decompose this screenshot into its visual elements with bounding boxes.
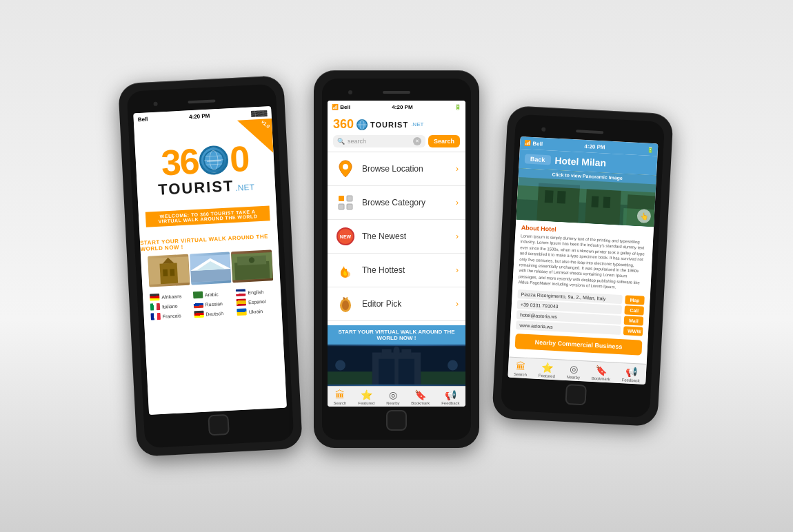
battery-1: ▓▓▓▓: [251, 110, 268, 116]
lang-label-italiano: Italiano: [162, 303, 178, 309]
nav-featured-3[interactable]: ⭐ Featured: [539, 362, 556, 378]
flag-afrikaans: [150, 294, 160, 301]
nav-bookmark-2[interactable]: 🔖 Bookmark: [411, 389, 430, 405]
hotel-pano-area[interactable]: Click to view Panoramic Image: [516, 168, 656, 227]
search-clear-btn[interactable]: ✕: [413, 137, 421, 145]
splash-image-2: [190, 252, 232, 285]
nav-featured-icon-3: ⭐: [541, 362, 554, 374]
splash-logo: 36 0 TOURIST: [148, 119, 261, 206]
nav-search-2[interactable]: 🏛 Search: [333, 389, 346, 405]
home-button-3[interactable]: [565, 384, 587, 406]
nav-feedback-icon-3: 📢: [625, 366, 638, 378]
nav-feedback-2[interactable]: 📢 Feedback: [441, 389, 459, 405]
svg-line-2: [204, 160, 223, 161]
hotel-description: Lorem Ipsum is simply dummy text of the …: [518, 233, 648, 291]
nav-bookmark-icon-3: 🔖: [595, 365, 608, 376]
phone-2-browse: 📶 Bell 4:20 PM 🔋 360 TOURIST: [314, 70, 479, 448]
editor-pick-label: Editor Pick: [362, 299, 450, 309]
back-button[interactable]: Back: [525, 154, 551, 165]
menu-item-browse-location[interactable]: Browse Location ›: [328, 152, 465, 186]
svg-rect-36: [328, 371, 372, 385]
lang-espanol[interactable]: Espanol: [237, 297, 274, 306]
nav-search-3[interactable]: 🏛 Search: [514, 360, 528, 377]
phone-1-splash: Bell 4:20 PM ▓▓▓▓ v1.0 36: [118, 75, 303, 457]
battery-3: 🔋: [647, 146, 654, 153]
lang-label-english: English: [248, 289, 263, 295]
nav-bookmark-label-3: Bookmark: [592, 376, 610, 381]
svg-rect-46: [557, 191, 566, 204]
carrier-1: Bell: [137, 116, 148, 123]
logo-tourist-2: TOURIST: [370, 121, 408, 129]
welcome-banner: WELCOME: TO 360 TOURIST TAKE A VIRTUAL W…: [145, 205, 270, 227]
front-camera-2: [348, 90, 352, 94]
lang-francais[interactable]: Francais: [150, 311, 188, 320]
bottom-nav-2: 🏛 Search ⭐ Featured ◎ Nearby 🔖 Bookmark …: [328, 386, 465, 407]
svg-rect-7: [163, 269, 168, 276]
map-button[interactable]: Map: [625, 295, 645, 305]
app-logo-2: 360 TOURIST .NET: [333, 117, 460, 132]
flag-francais: [150, 313, 161, 320]
front-camera-3: [541, 127, 545, 132]
search-placeholder: search: [348, 138, 410, 145]
svg-rect-8: [170, 269, 174, 276]
svg-rect-22: [339, 196, 344, 201]
nav-nearby-2[interactable]: ◎ Nearby: [386, 389, 399, 405]
nearby-commercial-button[interactable]: Nearby Commercial Business: [515, 334, 643, 356]
menu-item-editor-pick[interactable]: Editor Pick ›: [328, 287, 465, 321]
lang-arabic[interactable]: Arabic: [193, 290, 231, 299]
browse-pano-preview[interactable]: [328, 345, 465, 386]
editor-pick-chevron: ›: [456, 299, 459, 309]
nav-featured-label-2: Featured: [358, 401, 374, 405]
speaker-1: [188, 99, 215, 103]
nav-nearby-icon-3: ◎: [570, 363, 579, 375]
lang-italiano[interactable]: Italiano: [150, 302, 188, 311]
lang-afrikaans[interactable]: Afrikaans: [150, 292, 188, 301]
nav-featured-2[interactable]: ⭐ Featured: [358, 389, 374, 405]
menu-item-browse-category[interactable]: Browse Category ›: [328, 186, 465, 220]
browse-category-label: Browse Category: [362, 198, 450, 207]
menu-list: Browse Location › Browse Category: [328, 152, 465, 321]
browse-location-icon: [334, 158, 357, 180]
flag-deutsch: [194, 311, 204, 318]
svg-rect-32: [399, 359, 414, 385]
carrier-3: 📶 Bell: [524, 140, 543, 147]
the-newest-chevron: ›: [456, 232, 459, 241]
time-2: 4:20 PM: [392, 104, 412, 110]
svg-point-0: [204, 150, 224, 170]
www-button[interactable]: WWW: [623, 326, 643, 336]
nav-search-label-2: Search: [333, 401, 346, 405]
flag-russian: [193, 301, 203, 309]
svg-rect-11: [190, 269, 231, 283]
lang-ukrain[interactable]: Ukrain: [237, 307, 275, 316]
lang-russian[interactable]: Russian: [193, 300, 231, 309]
language-grid: Afrikaans Arabic English Italiano: [150, 287, 275, 327]
svg-rect-34: [401, 349, 411, 356]
search-button[interactable]: Search: [428, 135, 460, 147]
splash-image-1: [148, 254, 190, 287]
nav-nearby-3[interactable]: ◎ Nearby: [567, 363, 581, 380]
hotel-title: Hotel Milan: [554, 155, 606, 169]
svg-rect-48: [603, 197, 610, 209]
mail-button[interactable]: Mail: [624, 316, 644, 325]
logo-text-2: 360: [333, 117, 354, 132]
svg-point-39: [448, 360, 458, 371]
lang-deutsch[interactable]: Deutsch: [194, 309, 232, 318]
lang-english[interactable]: English: [236, 287, 274, 296]
menu-item-the-hottest[interactable]: The Hottest ›: [328, 254, 465, 287]
browse-category-chevron: ›: [456, 198, 459, 207]
home-button-1[interactable]: [208, 414, 230, 436]
lang-label-francais: Francais: [163, 313, 181, 318]
nav-feedback-3[interactable]: 📢 Feedback: [621, 366, 641, 382]
nav-bookmark-label-2: Bookmark: [411, 401, 430, 405]
nav-feedback-label-2: Feedback: [441, 401, 459, 405]
search-input-wrap[interactable]: 🔍 search ✕: [333, 135, 425, 147]
svg-point-28: [342, 300, 349, 310]
screen-2: 📶 Bell 4:20 PM 🔋 360 TOURIST: [328, 101, 465, 407]
menu-item-the-newest[interactable]: NEW The Newest ›: [328, 220, 465, 254]
search-icon-sm: 🔍: [337, 138, 345, 145]
flag-italiano: [150, 303, 161, 311]
home-button-2[interactable]: [386, 410, 407, 431]
call-button[interactable]: Call: [624, 305, 644, 315]
nav-search-icon-2: 🏛: [335, 389, 345, 400]
nav-bookmark-3[interactable]: 🔖 Bookmark: [592, 365, 611, 381]
